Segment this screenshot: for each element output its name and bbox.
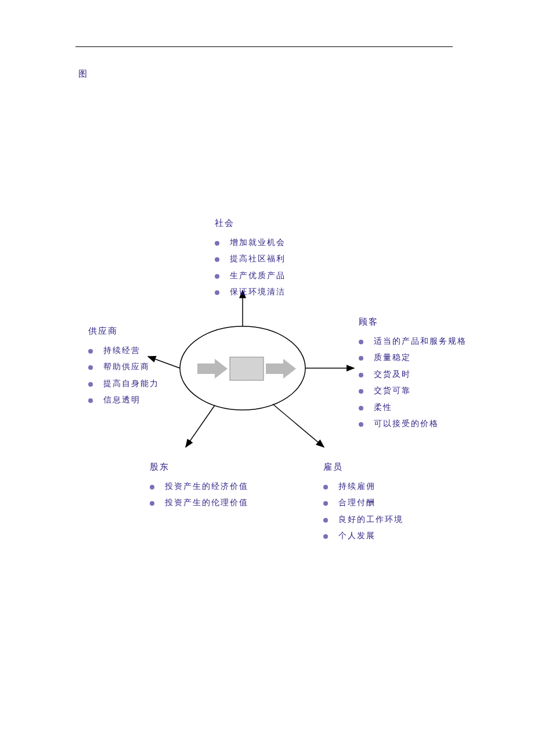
list-item: 持续经营 <box>88 343 159 359</box>
group-shareholder: 股东 投资产生的经济价值 投资产生的伦理价值 <box>150 459 248 512</box>
list-item: 持续雇佣 <box>323 479 403 495</box>
bullet-icon <box>359 340 363 344</box>
list-item: 良好的工作环境 <box>323 512 403 528</box>
figure-caption: 图 <box>78 69 87 80</box>
horizontal-rule <box>75 46 453 47</box>
item-text: 合理付酬 <box>338 495 376 511</box>
item-text: 投资产生的经济价值 <box>165 479 248 495</box>
bullet-icon <box>215 241 219 246</box>
arrow-to-shareholder <box>186 405 215 447</box>
list-item: 交货可靠 <box>359 383 467 399</box>
item-text: 良好的工作环境 <box>338 512 403 528</box>
group-society: 社会 增加就业机会 提高社区福利 生产优质产品 保证环境清洁 <box>215 215 286 301</box>
bullet-icon <box>323 485 328 489</box>
item-text: 生产优质产品 <box>230 268 286 284</box>
bullet-icon <box>323 534 328 539</box>
list-item: 提高社区福利 <box>215 251 286 267</box>
bullet-icon <box>150 501 154 506</box>
bullet-icon <box>359 373 363 377</box>
list-item: 个人发展 <box>323 528 403 544</box>
item-text: 柔性 <box>374 400 392 416</box>
group-title-supplier: 供应商 <box>88 323 159 340</box>
item-text: 持续雇佣 <box>338 479 376 495</box>
inner-arrow-left <box>197 359 228 379</box>
group-list-society: 增加就业机会 提高社区福利 生产优质产品 保证环境清洁 <box>215 235 286 300</box>
group-title-shareholder: 股东 <box>150 459 248 476</box>
group-list-customer: 适当的产品和服务规格 质量稳定 交货及时 交货可靠 柔性 可以接受的价格 <box>359 334 467 433</box>
svg-marker-5 <box>266 359 296 379</box>
bullet-icon <box>359 422 363 427</box>
group-title-society: 社会 <box>215 215 286 232</box>
group-customer: 顾客 适当的产品和服务规格 质量稳定 交货及时 交货可靠 柔性 可以接受的价格 <box>359 314 467 433</box>
item-text: 提高自身能力 <box>103 376 159 392</box>
bullet-icon <box>88 382 93 387</box>
list-item: 增加就业机会 <box>215 235 286 251</box>
list-item: 提高自身能力 <box>88 376 159 392</box>
list-item: 生产优质产品 <box>215 268 286 284</box>
list-item: 质量稳定 <box>359 350 467 366</box>
list-item: 适当的产品和服务规格 <box>359 334 467 350</box>
list-item: 保证环境清洁 <box>215 285 286 300</box>
bullet-icon <box>323 518 328 523</box>
center-box <box>230 357 264 380</box>
group-title-employee: 雇员 <box>323 459 403 476</box>
list-item: 投资产生的经济价值 <box>150 479 248 495</box>
item-text: 增加就业机会 <box>230 235 286 251</box>
group-list-supplier: 持续经营 帮助供应商 提高自身能力 信息透明 <box>88 343 159 408</box>
item-text: 帮助供应商 <box>103 359 150 375</box>
bullet-icon <box>150 485 154 489</box>
center-ellipse <box>180 326 305 410</box>
group-title-customer: 顾客 <box>359 314 467 330</box>
item-text: 适当的产品和服务规格 <box>374 334 467 350</box>
item-text: 信息透明 <box>103 393 140 408</box>
bullet-icon <box>359 389 363 394</box>
bullet-icon <box>359 356 363 361</box>
inner-arrow-right <box>266 359 296 379</box>
list-item: 投资产生的伦理价值 <box>150 495 248 511</box>
bullet-icon <box>215 290 219 295</box>
group-list-shareholder: 投资产生的经济价值 投资产生的伦理价值 <box>150 479 248 511</box>
group-employee: 雇员 持续雇佣 合理付酬 良好的工作环境 个人发展 <box>323 459 403 545</box>
bullet-icon <box>359 406 363 411</box>
arrow-to-employee <box>273 404 324 447</box>
bullet-icon <box>215 257 219 262</box>
item-text: 投资产生的伦理价值 <box>165 495 248 511</box>
item-text: 持续经营 <box>103 343 140 359</box>
group-list-employee: 持续雇佣 合理付酬 良好的工作环境 个人发展 <box>323 479 403 544</box>
item-text: 可以接受的价格 <box>374 416 439 432</box>
item-text: 质量稳定 <box>374 350 411 366</box>
list-item: 柔性 <box>359 400 467 416</box>
item-text: 保证环境清洁 <box>230 285 286 300</box>
item-text: 提高社区福利 <box>230 251 286 267</box>
list-item: 交货及时 <box>359 367 467 383</box>
bullet-icon <box>215 274 219 279</box>
group-supplier: 供应商 持续经营 帮助供应商 提高自身能力 信息透明 <box>88 323 159 409</box>
list-item: 合理付酬 <box>323 495 403 511</box>
list-item: 可以接受的价格 <box>359 416 467 432</box>
bullet-icon <box>88 398 93 403</box>
item-text: 交货及时 <box>374 367 411 383</box>
list-item: 帮助供应商 <box>88 359 159 375</box>
bullet-icon <box>88 365 93 370</box>
bullet-icon <box>88 349 93 354</box>
svg-marker-4 <box>197 359 228 379</box>
item-text: 个人发展 <box>338 528 376 544</box>
bullet-icon <box>323 501 328 506</box>
item-text: 交货可靠 <box>374 383 411 399</box>
list-item: 信息透明 <box>88 393 159 408</box>
